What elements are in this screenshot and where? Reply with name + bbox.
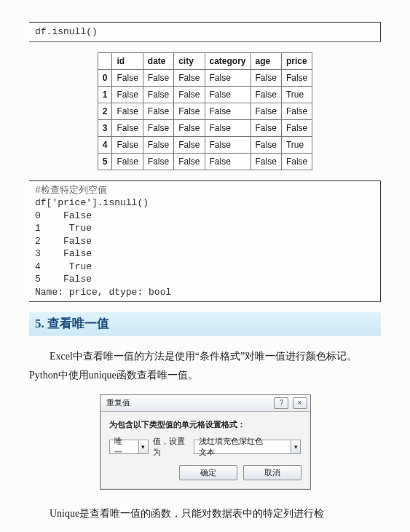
table-cell: False bbox=[205, 69, 251, 86]
code-block-isnull: df.isnull() bbox=[29, 22, 381, 42]
table-cell: False bbox=[143, 119, 173, 136]
col-header: price bbox=[281, 52, 312, 69]
dialog-title-text: 重复值 bbox=[106, 397, 130, 408]
row-index: 4 bbox=[98, 136, 112, 153]
table-cell: False bbox=[251, 136, 281, 153]
chevron-down-icon: ▾ bbox=[291, 440, 300, 453]
table-cell: False bbox=[251, 86, 281, 103]
table-cell: False bbox=[251, 103, 281, 119]
table-cell: False bbox=[281, 69, 312, 86]
isnull-output-table: iddatecitycategoryageprice 0FalseFalseFa… bbox=[98, 52, 312, 170]
table-cell: False bbox=[251, 153, 281, 170]
row-index: 5 bbox=[98, 153, 112, 170]
table-row: 5FalseFalseFalseFalseFalseFalse bbox=[98, 153, 312, 170]
col-header: category bbox=[205, 52, 251, 69]
close-icon[interactable]: × bbox=[293, 397, 307, 409]
table-row: 3FalseFalseFalseFalseFalseFalse bbox=[98, 119, 312, 136]
ok-button[interactable]: 确定 bbox=[179, 465, 237, 480]
chevron-down-icon: ▾ bbox=[138, 440, 148, 453]
row-index: 0 bbox=[98, 69, 112, 86]
table-cell: False bbox=[112, 153, 143, 170]
dialog-mid-text: 值，设置为 bbox=[153, 436, 189, 458]
table-cell: False bbox=[205, 86, 251, 103]
table-cell: False bbox=[205, 136, 251, 153]
row-index: 2 bbox=[98, 103, 112, 119]
table-cell: False bbox=[205, 103, 251, 119]
table-cell: False bbox=[143, 153, 173, 170]
duplicate-values-dialog: 重复值 ? × 为包含以下类型值的单元格设置格式： 唯一▾ 值，设置为 浅红填充… bbox=[100, 394, 311, 490]
help-icon[interactable]: ? bbox=[274, 397, 288, 409]
cancel-button[interactable]: 取消 bbox=[243, 465, 301, 480]
table-row: 1FalseFalseFalseFalseFalseTrue bbox=[98, 86, 312, 103]
table-cell: False bbox=[174, 119, 205, 136]
table-cell: False bbox=[143, 86, 173, 103]
table-row: 2FalseFalseFalseFalseFalseFalse bbox=[98, 103, 312, 119]
section-title: 查看唯一值 bbox=[47, 317, 109, 330]
row-index: 1 bbox=[98, 86, 112, 103]
format-combo[interactable]: 浅红填充色深红色文本▾ bbox=[194, 440, 301, 454]
table-cell: False bbox=[174, 103, 205, 119]
table-cell: False bbox=[174, 153, 205, 170]
paragraph-2: Unique是查看唯一值的函数，只能对数据表中的特定列进行检 bbox=[29, 504, 381, 523]
table-cell: False bbox=[174, 136, 205, 153]
table-cell: False bbox=[281, 153, 312, 170]
table-cell: False bbox=[112, 86, 143, 103]
table-cell: True bbox=[281, 86, 312, 103]
table-cell: False bbox=[143, 103, 173, 119]
table-row: 4FalseFalseFalseFalseFalseTrue bbox=[98, 136, 312, 153]
section-number: 5. bbox=[35, 317, 44, 330]
dialog-titlebar: 重复值 ? × bbox=[100, 395, 310, 412]
table-cell: False bbox=[143, 69, 173, 86]
table-cell: False bbox=[281, 103, 312, 119]
table-cell: False bbox=[143, 136, 173, 153]
code-block-price-isnull: #检查特定列空值 df['price'].isnull() 0 False 1 … bbox=[29, 180, 381, 303]
table-cell: False bbox=[112, 136, 143, 153]
table-cell: False bbox=[112, 69, 143, 86]
col-header: age bbox=[251, 52, 281, 69]
col-header: id bbox=[112, 52, 143, 69]
paragraph-1: Excel中查看唯一值的方法是使用“条件格式”对唯一值进行颜色标记。Python… bbox=[29, 347, 381, 384]
col-header: date bbox=[143, 52, 173, 69]
table-cell: False bbox=[174, 86, 205, 103]
table-cell: False bbox=[251, 119, 281, 136]
table-cell: False bbox=[205, 119, 251, 136]
row-index: 3 bbox=[98, 119, 112, 136]
table-cell: True bbox=[281, 136, 312, 153]
rule-type-combo[interactable]: 唯一▾ bbox=[109, 440, 149, 454]
table-cell: False bbox=[174, 69, 205, 86]
dialog-label: 为包含以下类型值的单元格设置格式： bbox=[109, 419, 301, 430]
table-cell: False bbox=[112, 103, 143, 119]
section-heading: 5.查看唯一值 bbox=[29, 312, 381, 336]
table-cell: False bbox=[205, 153, 251, 170]
table-cell: False bbox=[112, 119, 143, 136]
col-header: city bbox=[174, 52, 205, 69]
table-cell: False bbox=[281, 119, 312, 136]
table-row: 0FalseFalseFalseFalseFalseFalse bbox=[98, 69, 312, 86]
table-cell: False bbox=[251, 69, 281, 86]
